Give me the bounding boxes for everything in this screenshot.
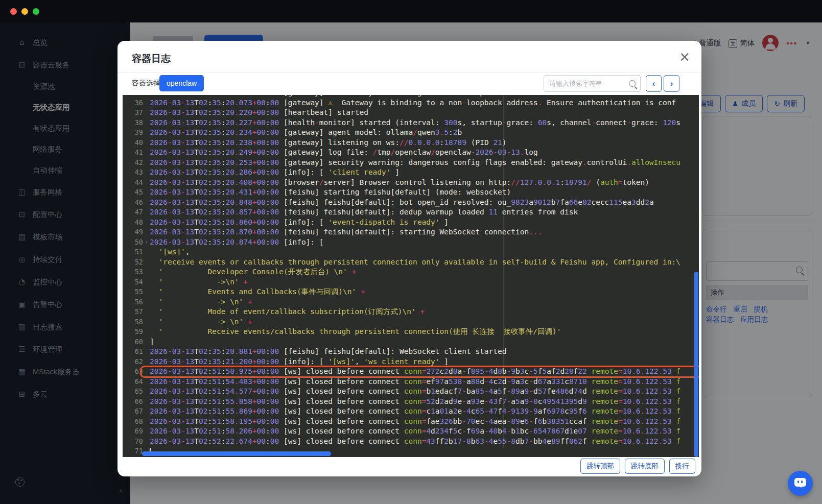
divider [118,73,701,73]
container-log-modal: 容器日志 × 容器选择: openclaw ‹ › 2026-03-13T02:… [118,41,701,476]
log-line: 622026-03-13T02:35:21.200+00:00 [info]: … [123,357,699,367]
modal-footer: 跳转顶部跳转底部换行 [118,457,701,476]
log-line: 462026-03-13T02:35:20.848+00:00 [feishu]… [123,198,699,208]
line-number: 48 [123,218,143,228]
log-text: ' Receive events/callbacks through persi… [143,327,561,337]
log-search-input[interactable] [544,76,640,91]
log-line: 492026-03-13T02:35:20.870+00:00 [feishu]… [123,227,699,237]
line-number: 67 [123,406,143,417]
line-number: 57 [123,307,143,317]
line-number: 37 [123,108,143,118]
line-number: 71 [123,446,143,457]
modal-title: 容器日志 [132,52,171,65]
log-line: 51 '[ws]', [123,247,699,257]
log-text: 2026-03-13T02:35:20.234+00:00 [gateway] … [143,128,462,138]
line-number: 49 [123,227,143,237]
log-text: 2026-03-13T02:51:54.577+00:00 [ws] close… [143,387,680,397]
line-number: 58 [123,317,143,327]
log-text: 2026-03-13T02:35:20.249+00:00 [gateway] … [143,148,538,158]
log-text: 2026-03-13T02:35:20.073+00:00 [gateway] … [143,98,676,108]
log-text: '[ws]', [143,247,190,257]
log-text: ' -> \n' + [143,317,252,327]
traffic-light-minimize[interactable] [21,8,28,15]
line-number: 62 [123,357,143,367]
log-line: 412026-03-13T02:35:20.249+00:00 [gateway… [123,148,699,158]
line-number: 60 [123,337,143,347]
line-number: 40 [123,138,143,148]
container-openclaw-button[interactable]: openclaw [159,75,204,91]
log-text: 2026-03-13T02:35:20.857+00:00 [feishu] f… [143,207,578,218]
horizontal-scrollbar[interactable] [142,451,331,456]
log-line: 692026-03-13T02:51:58.206+00:00 [ws] clo… [123,426,699,437]
line-number: 64 [123,377,143,387]
container-select-label: 容器选择: [132,79,162,88]
line-number: 70 [123,437,143,447]
line-number: 42 [123,158,143,168]
line-number: 51 [123,247,143,257]
log-text: 2026-03-13T02:35:20.874+00:00 [info]: [ [143,237,324,248]
log-text: 2026-03-13T02:51:54.483+00:00 [ws] close… [143,377,680,387]
log-line: 642026-03-13T02:51:54.483+00:00 [ws] clo… [123,377,699,387]
log-text: 2026-03-13T02:35:20.860+00:00 [info]: [ … [143,218,449,228]
log-text: 2026-03-13T02:35:20.220+00:00 [heartbeat… [143,108,368,118]
log-text: 'receive events or callbacks through per… [143,257,680,268]
log-text: 2026-03-13T02:35:21.200+00:00 [info]: [ … [143,357,449,367]
search-icon [629,80,636,87]
log-console[interactable]: 2026-03-13T02:35:20.073+00:00 [gateway] … [123,95,699,457]
log-line: 402026-03-13T02:35:20.238+00:00 [gateway… [123,138,699,148]
log-line: 472026-03-13T02:35:20.857+00:00 [feishu]… [123,207,699,218]
chat-helper-button[interactable] [788,471,813,496]
log-text: 2026-03-13T02:35:20.286+00:00 [info]: [ … [143,167,400,178]
log-text: ' ->\n' + [143,277,248,287]
log-line: 702026-03-13T02:52:22.674+00:00 [ws] clo… [123,437,699,447]
log-line: 54 ' ->\n' + [123,277,699,287]
log-text: 2026-03-13T02:35:20.431+00:00 [feishu] s… [143,187,511,198]
log-line: 372026-03-13T02:35:20.220+00:00 [heartbe… [123,108,699,118]
line-number: 38 [123,118,143,128]
log-text: 2026-03-13T02:35:20.881+00:00 [feishu] f… [143,347,507,357]
footer-button-跳转底部[interactable]: 跳转底部 [625,459,665,474]
log-line: 56 ' -> \n' + [123,297,699,307]
footer-button-跳转顶部[interactable]: 跳转顶部 [580,459,620,474]
log-text: 2026-03-13T02:35:20.870+00:00 [feishu] f… [143,227,542,237]
fold-marker-icon[interactable]: ▾ [145,237,148,248]
line-number: 66 [123,397,143,407]
log-line: 60] [123,337,699,347]
close-icon[interactable]: × [679,49,690,64]
line-number: 39 [123,128,143,138]
log-text: 2026-03-13T02:35:20.408+00:00 [browser/s… [143,178,649,188]
line-number: 52 [123,257,143,268]
search-prev-button[interactable]: ‹ [646,75,662,92]
log-text: ' Mode of event/callback subscription(订阅… [143,307,425,317]
footer-button-换行[interactable]: 换行 [669,459,695,474]
line-number: 46 [123,198,143,208]
line-number: 50 [123,237,143,248]
log-text: 2026-03-13T02:51:58.195+00:00 [ws] close… [143,417,680,427]
log-text: ' Developer Console(开发者后台) \n' + [143,267,356,277]
log-line: 682026-03-13T02:51:58.195+00:00 [ws] clo… [123,417,699,427]
log-search [544,75,641,92]
log-line: 382026-03-13T02:35:20.227+00:00 [health-… [123,118,699,128]
search-next-button[interactable]: › [664,75,679,92]
log-text: ' -> \n' + [143,297,252,307]
line-number: 65 [123,387,143,397]
line-number: 69 [123,426,143,437]
line-number: 36 [123,98,143,108]
log-text: ' Events and Callbacks(事件与回调)\n' + [143,287,365,297]
line-number: 53 [123,267,143,277]
traffic-light-zoom[interactable] [33,8,39,15]
line-number: 68 [123,417,143,427]
log-line: 55 ' Events and Callbacks(事件与回调)\n' + [123,287,699,297]
log-line: 452026-03-13T02:35:20.431+00:00 [feishu]… [123,187,699,198]
traffic-light-close[interactable] [10,8,17,15]
log-line: 672026-03-13T02:51:55.869+00:00 [ws] clo… [123,406,699,417]
log-text: ] [143,337,154,347]
log-text: 2026-03-13T02:35:20.848+00:00 [feishu] f… [143,198,654,208]
vertical-scrollbar[interactable] [694,272,698,457]
log-line: 482026-03-13T02:35:20.860+00:00 [info]: … [123,218,699,228]
log-line: 432026-03-13T02:35:20.286+00:00 [info]: … [123,167,699,178]
line-number: 41 [123,148,143,158]
log-text: 2026-03-13T02:35:20.227+00:00 [health-mo… [143,118,680,128]
line-number: 55 [123,287,143,297]
log-line: 422026-03-13T02:35:20.253+00:00 [gateway… [123,158,699,168]
